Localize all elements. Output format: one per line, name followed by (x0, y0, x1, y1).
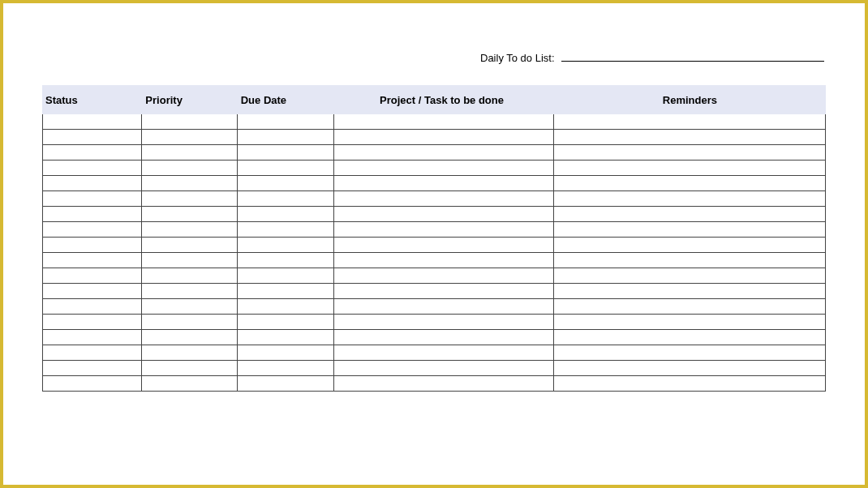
cell-priority (142, 130, 237, 145)
cell-status (42, 376, 142, 392)
cell-priority (142, 161, 237, 176)
cell-status (42, 114, 142, 130)
cell-project (334, 114, 554, 130)
cell-duedate (238, 161, 334, 176)
table-row (42, 176, 826, 191)
table-row (42, 376, 826, 392)
table-row (42, 253, 826, 268)
cell-reminders (554, 330, 826, 345)
cell-reminders (554, 191, 826, 207)
cell-reminders (554, 284, 826, 299)
table-row (42, 315, 826, 330)
cell-priority (142, 238, 237, 253)
cell-project (334, 130, 554, 145)
cell-project (334, 191, 554, 207)
table-row (42, 191, 826, 207)
cell-reminders (554, 299, 826, 315)
table-row (42, 361, 826, 376)
cell-priority (142, 345, 237, 361)
cell-project (334, 253, 554, 268)
cell-status (42, 268, 142, 284)
cell-reminders (554, 222, 826, 238)
cell-reminders (554, 130, 826, 145)
cell-status (42, 145, 142, 161)
cell-duedate (238, 145, 334, 161)
cell-project (334, 361, 554, 376)
cell-priority (142, 330, 237, 345)
cell-status (42, 253, 142, 268)
cell-project (334, 238, 554, 253)
cell-duedate (238, 330, 334, 345)
cell-project (334, 330, 554, 345)
cell-project (334, 145, 554, 161)
cell-status (42, 191, 142, 207)
cell-reminders (554, 345, 826, 361)
cell-duedate (238, 284, 334, 299)
table-row (42, 130, 826, 145)
title-label: Daily To do List: (480, 52, 555, 64)
col-header-priority: Priority (142, 94, 237, 106)
cell-duedate (238, 238, 334, 253)
cell-priority (142, 114, 237, 130)
cell-reminders (554, 161, 826, 176)
table-row (42, 114, 826, 130)
table-row (42, 207, 826, 222)
cell-priority (142, 207, 237, 222)
cell-project (334, 176, 554, 191)
title-row: Daily To do List: (42, 52, 826, 64)
cell-project (334, 284, 554, 299)
cell-duedate (238, 176, 334, 191)
table-row (42, 268, 826, 284)
table-row (42, 222, 826, 238)
cell-duedate (238, 376, 334, 392)
cell-duedate (238, 191, 334, 207)
cell-reminders (554, 114, 826, 130)
cell-status (42, 238, 142, 253)
cell-project (334, 222, 554, 238)
cell-priority (142, 315, 237, 330)
document-page: Daily To do List: Status Priority Due Da… (3, 3, 865, 485)
cell-duedate (238, 207, 334, 222)
cell-status (42, 299, 142, 315)
cell-duedate (238, 268, 334, 284)
cell-reminders (554, 145, 826, 161)
cell-reminders (554, 253, 826, 268)
cell-priority (142, 299, 237, 315)
cell-status (42, 361, 142, 376)
title-underline (561, 61, 824, 62)
cell-duedate (238, 222, 334, 238)
col-header-project: Project / Task to be done (334, 94, 554, 106)
cell-status (42, 345, 142, 361)
col-header-duedate: Due Date (238, 94, 334, 106)
table-row (42, 330, 826, 345)
todo-table: Status Priority Due Date Project / Task … (42, 85, 826, 392)
cell-reminders (554, 207, 826, 222)
cell-duedate (238, 345, 334, 361)
cell-duedate (238, 253, 334, 268)
cell-status (42, 222, 142, 238)
col-header-status: Status (42, 94, 142, 106)
cell-reminders (554, 361, 826, 376)
cell-priority (142, 284, 237, 299)
cell-duedate (238, 299, 334, 315)
col-header-reminders: Reminders (554, 94, 826, 106)
cell-duedate (238, 315, 334, 330)
cell-priority (142, 176, 237, 191)
cell-status (42, 176, 142, 191)
table-row (42, 345, 826, 361)
cell-priority (142, 361, 237, 376)
cell-project (334, 376, 554, 392)
cell-duedate (238, 114, 334, 130)
cell-project (334, 299, 554, 315)
cell-duedate (238, 130, 334, 145)
cell-priority (142, 145, 237, 161)
cell-reminders (554, 315, 826, 330)
table-row (42, 284, 826, 299)
table-header: Status Priority Due Date Project / Task … (42, 85, 826, 114)
cell-duedate (238, 361, 334, 376)
cell-status (42, 284, 142, 299)
cell-reminders (554, 238, 826, 253)
cell-status (42, 330, 142, 345)
cell-priority (142, 222, 237, 238)
cell-reminders (554, 176, 826, 191)
